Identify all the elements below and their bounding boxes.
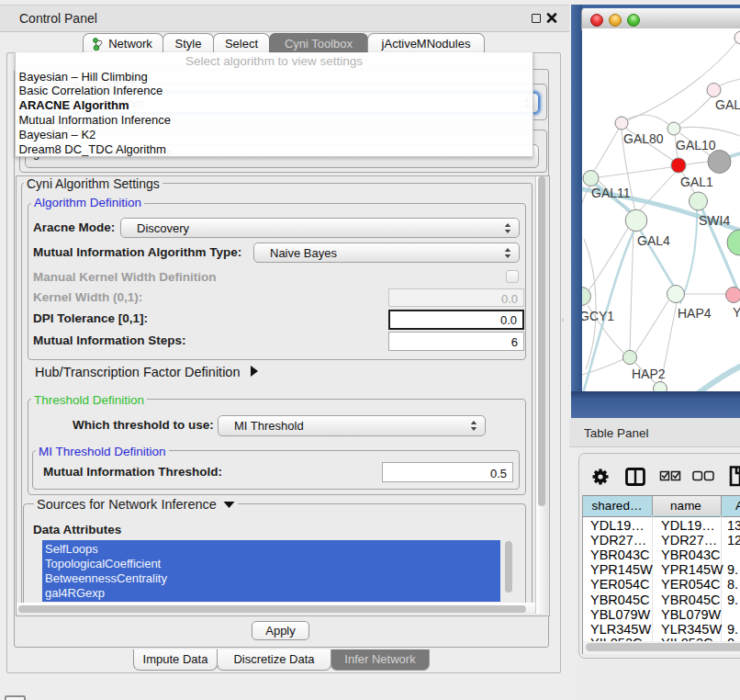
svg-text:GAL1: GAL1 — [680, 175, 713, 189]
svg-text:HAP2: HAP2 — [632, 367, 666, 381]
svg-text:GCY1: GCY1 — [582, 309, 614, 323]
svg-text:GAL10: GAL10 — [676, 138, 716, 152]
svg-text:GAL2: GAL2 — [715, 97, 740, 112]
svg-text:Y: Y — [733, 305, 740, 320]
svg-text:SWI4: SWI4 — [699, 213, 730, 228]
svg-text:GAL4: GAL4 — [637, 233, 670, 248]
svg-text:GAL80: GAL80 — [623, 131, 664, 146]
svg-text:GAL11: GAL11 — [591, 186, 631, 200]
svg-text:HAP4: HAP4 — [678, 306, 712, 321]
